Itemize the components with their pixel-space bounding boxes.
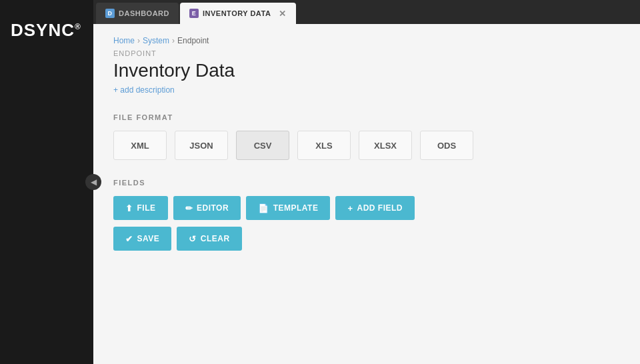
format-ods-button[interactable]: ODS: [420, 131, 473, 160]
tab-close-icon[interactable]: ✕: [279, 9, 287, 18]
upload-icon: ⬆: [125, 203, 133, 213]
add-field-button[interactable]: + ADD FIELD: [335, 196, 415, 220]
breadcrumb-system[interactable]: System: [143, 36, 169, 45]
main-area: D DASHBOARD E INVENTORY DATA ✕ Home › Sy…: [93, 0, 640, 364]
save-button-label: SAVE: [137, 234, 160, 243]
chevron-left-icon: ◀: [91, 177, 97, 187]
format-json-button[interactable]: JSON: [175, 131, 228, 160]
refresh-icon: ↺: [189, 234, 197, 244]
fields-section-label: FIELDS: [113, 179, 620, 187]
fields-action-row: ⬆ FILE ✏ EDITOR 📄 TEMPLATE + ADD FIELD: [113, 196, 620, 220]
tab-dashboard-label: DASHBOARD: [119, 9, 169, 17]
format-xlsx-button[interactable]: XLSX: [359, 131, 412, 160]
pencil-icon: ✏: [185, 203, 193, 213]
template-icon: 📄: [258, 203, 269, 213]
logo: DSYNC®: [11, 20, 81, 41]
tab-bar: D DASHBOARD E INVENTORY DATA ✕: [93, 0, 640, 24]
sidebar-collapse-button[interactable]: ◀: [85, 174, 101, 190]
file-format-row: XML JSON CSV XLS XLSX ODS: [113, 131, 620, 160]
breadcrumb-endpoint: Endpoint: [177, 36, 209, 45]
tab-dashboard[interactable]: D DASHBOARD: [96, 3, 179, 24]
template-button[interactable]: 📄 TEMPLATE: [246, 196, 330, 220]
plus-icon: +: [347, 203, 353, 213]
editor-button[interactable]: ✏ EDITOR: [173, 196, 241, 220]
file-button[interactable]: ⬆ FILE: [113, 196, 168, 220]
file-format-section-label: FILE FORMAT: [113, 113, 620, 121]
clear-button[interactable]: ↺ CLEAR: [177, 227, 241, 251]
format-xls-button[interactable]: XLS: [297, 131, 351, 160]
tab-inventory-label: INVENTORY DATA: [203, 9, 271, 17]
breadcrumb: Home › System › Endpoint: [113, 36, 620, 45]
add-field-button-label: ADD FIELD: [357, 203, 403, 213]
tab-inventory[interactable]: E INVENTORY DATA ✕: [180, 3, 296, 24]
check-icon: ✔: [125, 234, 133, 244]
file-button-label: FILE: [137, 203, 156, 213]
endpoint-label: ENDPOINT: [113, 49, 620, 57]
content-area: Home › System › Endpoint ENDPOINT Invent…: [93, 24, 640, 364]
template-button-label: TEMPLATE: [273, 203, 319, 213]
breadcrumb-home[interactable]: Home: [113, 36, 135, 45]
dashboard-tab-icon: D: [105, 9, 115, 18]
sidebar: DSYNC® ◀: [0, 0, 93, 364]
format-xml-button[interactable]: XML: [113, 131, 167, 160]
breadcrumb-sep-2: ›: [172, 36, 175, 45]
save-row: ✔ SAVE ↺ CLEAR: [113, 227, 620, 251]
page-title: Inventory Data: [113, 60, 620, 81]
editor-button-label: EDITOR: [197, 203, 229, 213]
breadcrumb-sep-1: ›: [137, 36, 140, 45]
inventory-tab-icon: E: [189, 9, 199, 18]
add-description-link[interactable]: + add description: [113, 85, 620, 95]
format-csv-button[interactable]: CSV: [236, 131, 289, 160]
save-button[interactable]: ✔ SAVE: [113, 227, 171, 251]
clear-button-label: CLEAR: [201, 234, 230, 243]
